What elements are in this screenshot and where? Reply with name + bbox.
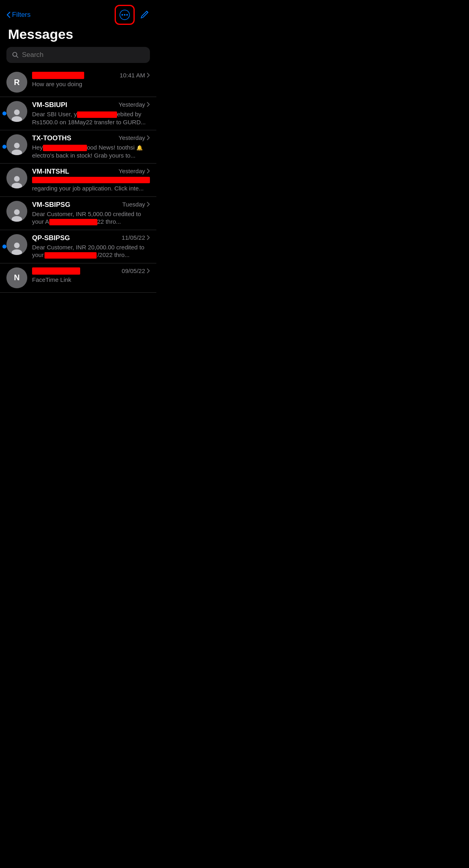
- person-icon: [9, 173, 24, 188]
- search-icon: [12, 51, 19, 59]
- message-preview: Dear Customer, INR 20,000.00 credited to…: [32, 243, 150, 259]
- redacted-name: [32, 267, 80, 275]
- message-sender: QP-SBIPSG: [32, 234, 119, 242]
- message-content: TX-TOOTHS Yesterday Heyood News! toothsi…: [32, 134, 150, 159]
- message-time: 09/05/22: [122, 267, 150, 274]
- svg-point-10: [12, 183, 22, 188]
- redacted-content: [49, 219, 97, 225]
- chevron-right-icon: [147, 102, 150, 107]
- message-time: Yesterday: [119, 168, 150, 174]
- svg-point-0: [121, 14, 123, 16]
- redacted-name: [32, 72, 84, 79]
- message-content: VM-SBIUPI Yesterday Dear SBI User, yebit…: [32, 101, 150, 126]
- message-header: VM-SBIPSG Tuesday: [32, 201, 150, 209]
- compose-button[interactable]: [139, 9, 150, 21]
- svg-point-4: [13, 53, 17, 57]
- message-content: 09/05/22 FaceTime Link: [32, 267, 150, 284]
- list-item[interactable]: N 09/05/22 FaceTime Link: [0, 263, 156, 293]
- person-icon: [9, 140, 24, 155]
- svg-point-8: [12, 150, 22, 155]
- message-preview: Dear Customer, INR 5,000.00 credited to …: [32, 210, 150, 226]
- redacted-content: [77, 111, 117, 118]
- top-icons: [115, 5, 150, 25]
- avatar: N: [6, 267, 27, 288]
- chevron-right-icon: [147, 268, 150, 273]
- svg-point-9: [14, 176, 20, 182]
- search-input[interactable]: [22, 51, 144, 59]
- message-header: 09/05/22: [32, 267, 150, 275]
- avatar: [6, 201, 27, 222]
- svg-point-11: [14, 209, 20, 215]
- filters-label: Filters: [12, 11, 30, 19]
- list-item[interactable]: VM-INTSHL Yesterday regarding your job a…: [0, 164, 156, 197]
- svg-point-7: [14, 143, 20, 148]
- message-time: Yesterday: [119, 134, 150, 141]
- list-item[interactable]: R 10:41 AM How are you doing: [0, 68, 156, 97]
- message-header: QP-SBIPSG 11/05/22: [32, 234, 150, 242]
- avatar: R: [6, 72, 27, 93]
- filters-button[interactable]: Filters: [6, 11, 30, 19]
- list-item[interactable]: TX-TOOTHS Yesterday Heyood News! toothsi…: [0, 130, 156, 164]
- chevron-left-icon: [6, 12, 10, 18]
- more-button-highlighted: [115, 5, 135, 25]
- svg-point-6: [12, 116, 22, 122]
- person-icon: [9, 107, 24, 122]
- avatar: [6, 234, 27, 255]
- chevron-right-icon: [147, 235, 150, 240]
- list-item[interactable]: QP-SBIPSG 11/05/22 Dear Customer, INR 20…: [0, 230, 156, 263]
- avatar: [6, 101, 27, 122]
- message-preview: Dear SBI User, yebited by Rs1500.0 on 18…: [32, 110, 150, 126]
- message-sender: VM-SBIUPI: [32, 101, 115, 109]
- message-preview: How are you doing: [32, 80, 150, 88]
- message-time: Yesterday: [119, 101, 150, 108]
- person-icon: [9, 240, 24, 255]
- message-preview: regarding your job application. Click in…: [32, 177, 150, 192]
- message-time: 11/05/22: [122, 234, 150, 241]
- more-icon: [119, 9, 130, 20]
- svg-point-1: [124, 14, 125, 16]
- message-time: 10:41 AM: [120, 72, 150, 79]
- message-header: TX-TOOTHS Yesterday: [32, 134, 150, 142]
- message-content: 10:41 AM How are you doing: [32, 72, 150, 88]
- message-sender: VM-SBIPSG: [32, 201, 119, 209]
- chevron-right-icon: [147, 73, 150, 78]
- message-content: VM-INTSHL Yesterday regarding your job a…: [32, 168, 150, 192]
- svg-point-12: [12, 216, 22, 222]
- message-list: R 10:41 AM How are you doing: [0, 68, 156, 293]
- unread-indicator: [2, 111, 6, 115]
- header: Filters Messages: [0, 0, 156, 68]
- message-preview: FaceTime Link: [32, 276, 150, 284]
- message-preview: Heyood News! toothsi 🔔 electro's back in…: [32, 144, 150, 159]
- list-item[interactable]: VM-SBIUPI Yesterday Dear SBI User, yebit…: [0, 97, 156, 130]
- message-content: QP-SBIPSG 11/05/22 Dear Customer, INR 20…: [32, 234, 150, 259]
- more-button[interactable]: [117, 7, 133, 23]
- message-sender: TX-TOOTHS: [32, 134, 115, 142]
- message-time: Tuesday: [122, 201, 150, 208]
- avatar: [6, 134, 27, 155]
- svg-point-13: [14, 243, 20, 248]
- person-icon: [9, 206, 24, 222]
- top-bar: Filters: [6, 5, 150, 25]
- compose-icon: [139, 9, 150, 20]
- svg-point-2: [126, 14, 128, 16]
- chevron-right-icon: [147, 135, 150, 140]
- message-header: 10:41 AM: [32, 72, 150, 79]
- message-header: VM-INTSHL Yesterday: [32, 168, 150, 176]
- svg-point-14: [12, 249, 22, 255]
- redacted-content: [43, 145, 87, 151]
- avatar: [6, 168, 27, 188]
- svg-point-5: [14, 109, 20, 115]
- message-header: VM-SBIUPI Yesterday: [32, 101, 150, 109]
- search-bar[interactable]: [6, 47, 150, 63]
- message-sender: VM-INTSHL: [32, 168, 115, 176]
- redacted-content: [44, 252, 97, 259]
- list-item[interactable]: VM-SBIPSG Tuesday Dear Customer, INR 5,0…: [0, 197, 156, 230]
- unread-indicator: [2, 145, 6, 149]
- chevron-right-icon: [147, 168, 150, 174]
- message-content: VM-SBIPSG Tuesday Dear Customer, INR 5,0…: [32, 201, 150, 226]
- page-title: Messages: [6, 26, 150, 42]
- redacted-content: [32, 177, 150, 183]
- unread-indicator: [2, 245, 6, 249]
- chevron-right-icon: [147, 202, 150, 207]
